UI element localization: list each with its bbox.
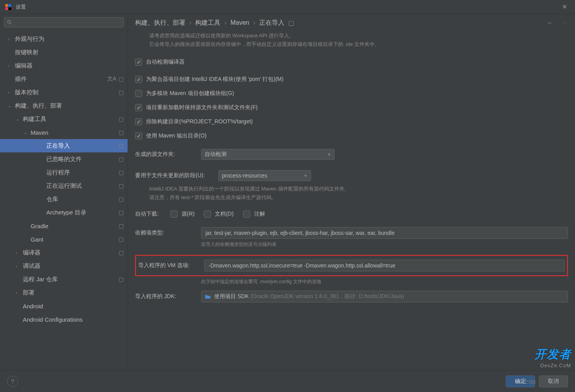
tree-arrow-icon: › [8, 37, 13, 41]
tree-item[interactable]: 正在导入▢ [0, 139, 128, 152]
dialog-footer: ? 确定 取消CSD [0, 370, 575, 392]
tree-item[interactable]: 运行程序▢ [0, 166, 128, 179]
tree-item-label: Maven [31, 129, 116, 136]
search-input-wrapper[interactable] [4, 17, 124, 27]
svg-rect-1 [9, 4, 11, 7]
tree-item-label: 调试器 [23, 262, 124, 270]
tree-item[interactable]: 按键映射 [0, 46, 128, 59]
tree-item[interactable]: ›调试器 [0, 259, 128, 273]
tree-arrow-icon: › [8, 63, 13, 68]
tree-item-label: 仓库 [46, 196, 116, 203]
project-badge-icon: ▢ [119, 156, 124, 162]
tree-item[interactable]: 已忽略的文件▢ [0, 152, 128, 166]
project-badge-icon: ▢ [119, 183, 124, 189]
settings-content: 构建、执行、部署› 构建工具› Maven› 正在导入 ▢ ← → 请考虑禁用此… [128, 14, 575, 370]
nav-back-icon[interactable]: ← [547, 19, 554, 27]
checkbox-doc[interactable] [204, 211, 211, 218]
tree-item[interactable]: ⌄构建、执行、部署 [0, 99, 128, 112]
close-icon[interactable]: ✕ [559, 3, 570, 11]
tree-item-label: Android [23, 303, 124, 310]
importing-panel: 请考虑禁用此选项或迁移以使用新的 Workspace API 进行导入。 它会将… [128, 31, 575, 370]
tree-item-label: 外观与行为 [15, 35, 124, 43]
checkbox-label: 使用 Maven 输出目录(O) [146, 132, 207, 139]
tree-item[interactable]: ›编辑器 [0, 59, 128, 72]
tree-item-label: 正在运行测试 [46, 182, 116, 190]
label-gen-src: 生成的源文件夹: [135, 151, 201, 158]
tree-item[interactable]: Gradle▢ [0, 219, 128, 233]
settings-sidebar: ›外观与行为按键映射›编辑器插件文A▢›版本控制▢⌄构建、执行、部署⌄构建工具▢… [0, 14, 128, 370]
breadcrumb: 构建、执行、部署› 构建工具› Maven› 正在导入 ▢ ← → [128, 14, 575, 31]
tree-arrow-icon: ⌄ [8, 103, 13, 108]
dropdown-phase[interactable]: process-resources▼ [218, 170, 311, 181]
tree-item-label: 编辑器 [15, 62, 124, 70]
tree-item[interactable]: 仓库▢ [0, 192, 128, 206]
project-badge-icon: ▢ [119, 276, 124, 282]
checkbox-exclude-build[interactable] [135, 118, 142, 125]
checkbox-anno[interactable] [243, 211, 250, 218]
breadcrumb-item[interactable]: 构建工具 [195, 19, 220, 27]
tree-item-label: 运行程序 [46, 169, 116, 176]
tree-item[interactable]: Gant▢ [0, 233, 128, 246]
dropdown-jdk[interactable]: 使用项目 SDK (Oracle OpenJDK version 1.8.0_3… [201, 291, 568, 302]
folder-icon [205, 294, 211, 299]
tree-item[interactable]: Android Configurations [0, 313, 128, 326]
tree-item[interactable]: 正在运行测试▢ [0, 179, 128, 192]
breadcrumb-item[interactable]: Maven [231, 19, 249, 26]
tree-item[interactable]: ⌄Maven▢ [0, 126, 128, 139]
label-vm-opts: 导入程序的 VM 选项: [138, 262, 204, 269]
tree-item-label: 版本控制 [15, 89, 116, 96]
tree-item[interactable]: 插件文A▢ [0, 72, 128, 86]
tree-arrow-icon: › [16, 290, 21, 295]
titlebar: 设置 ✕ [0, 0, 575, 14]
checkbox-label: 项目重新加载时保持源文件夹和测试文件夹(F) [146, 104, 258, 111]
highlighted-vm-options: 导入程序的 VM 选项: [135, 255, 568, 276]
tree-item-label: 构建工具 [23, 115, 116, 123]
settings-tree: ›外观与行为按键映射›编辑器插件文A▢›版本控制▢⌄构建、执行、部署⌄构建工具▢… [0, 31, 128, 370]
tree-item[interactable]: ›编译器▢ [0, 246, 128, 259]
breadcrumb-item[interactable]: 构建、执行、部署 [135, 19, 185, 27]
info-text: 请考虑禁用此选项或迁移以使用新的 Workspace API 进行导入。 它会将… [149, 31, 568, 49]
hint-dep-types: 应导入的依赖项类型的逗号分隔列表 [201, 241, 568, 248]
cancel-button[interactable]: 取消CSD [539, 376, 568, 387]
checkbox-maven-output[interactable] [135, 132, 142, 139]
tree-arrow-icon: › [16, 250, 21, 255]
tree-item-label: 正在导入 [46, 142, 116, 150]
tree-item[interactable]: ›版本控制▢ [0, 86, 128, 99]
tree-item[interactable]: ›外观与行为 [0, 32, 128, 46]
checkbox-aggregator[interactable] [135, 76, 142, 83]
input-vm-opts[interactable] [204, 260, 565, 271]
lang-badge-icon: 文A [107, 75, 116, 82]
search-icon [7, 20, 12, 25]
help-button[interactable]: ? [7, 376, 18, 387]
tree-item-label: 编译器 [23, 249, 116, 256]
tree-item[interactable]: ›部署 [0, 286, 128, 299]
project-badge-icon: ▢ [119, 209, 124, 216]
checkbox-src[interactable] [170, 211, 178, 218]
tree-item-label: Gant [31, 236, 116, 243]
svg-rect-2 [5, 7, 8, 10]
tree-item-label: Android Configurations [23, 316, 124, 323]
tree-item-label: Gradle [31, 223, 116, 229]
checkbox-auto-detect[interactable] [135, 59, 142, 66]
project-badge-icon: ▢ [119, 236, 124, 242]
project-badge-icon: ▢ [119, 249, 124, 256]
tree-item-label: 部署 [23, 289, 124, 297]
tree-item[interactable]: Android [0, 299, 128, 313]
project-badge-icon: ▢ [119, 223, 124, 229]
svg-point-4 [7, 20, 10, 23]
tree-item[interactable]: 远程 Jar 仓库▢ [0, 273, 128, 286]
search-input[interactable] [15, 20, 121, 26]
project-badge-icon: ▢ [119, 129, 124, 136]
dropdown-gen-src[interactable]: 自动检测▼ [201, 149, 335, 160]
checkbox-multi-module[interactable] [135, 90, 142, 97]
tree-item-label: 远程 Jar 仓库 [23, 276, 116, 283]
project-badge-icon: ▢ [288, 19, 294, 27]
project-badge-icon: ▢ [119, 89, 124, 95]
tree-item[interactable]: Archetype 目录▢ [0, 206, 128, 219]
tree-item[interactable]: ⌄构建工具▢ [0, 112, 128, 126]
input-dep-types[interactable] [201, 227, 568, 239]
tree-item-label: 构建、执行、部署 [15, 102, 124, 110]
app-icon [5, 4, 12, 11]
checkbox-keep-src[interactable] [135, 104, 142, 111]
project-badge-icon: ▢ [119, 196, 124, 202]
